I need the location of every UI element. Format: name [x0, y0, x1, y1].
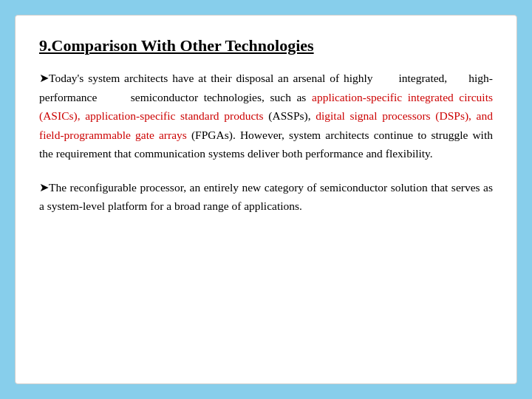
black-text-assps: (ASSPs),	[264, 109, 311, 122]
bullet-2-block: ➤The reconfigurable processor, an entire…	[39, 178, 493, 216]
bullet-1-block: ➤Today's system architects have at their…	[39, 69, 493, 163]
black-text-space1: application-specific standard products	[81, 109, 264, 122]
slide-container: 9.Comparison With Other Technologies ➤To…	[15, 15, 517, 384]
slide-title: 9.Comparison With Other Technologies	[39, 36, 493, 55]
bullet-1-text: ➤Today's system architects have at their…	[39, 69, 493, 163]
bullet-2-text: ➤The reconfigurable processor, an entire…	[39, 178, 493, 216]
